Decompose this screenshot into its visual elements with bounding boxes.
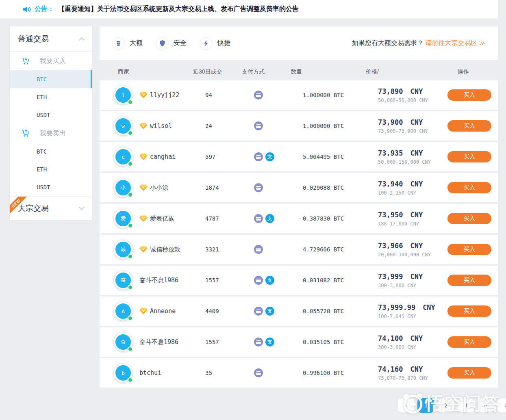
feature-label: 大额 (130, 39, 143, 48)
price-currency: CNY (410, 149, 423, 157)
price-range: 73,870-73,870 CNY (378, 375, 441, 381)
buy-button[interactable]: 买入 (447, 244, 491, 255)
merchant-name[interactable]: 诚信秒放款 (150, 246, 180, 253)
buy-button[interactable]: 买入 (447, 336, 491, 348)
sidebar-section-normal-trade[interactable]: 普通交易 (10, 26, 92, 52)
amount-value: 0.035105 BTC (303, 339, 378, 345)
payment-methods (254, 91, 303, 100)
sidebar-item-buy-usdt[interactable]: USDT (10, 106, 92, 124)
pagination-page-1[interactable]: 1 (417, 398, 434, 413)
merchant-name[interactable]: Anneone (150, 307, 176, 315)
buy-button[interactable]: 买入 (447, 275, 491, 286)
promo-question: 如果您有大额交易需求？ (352, 39, 423, 46)
cart-buy-icon (21, 57, 30, 65)
sidebar-item-sell-usdt[interactable]: USDT (10, 178, 92, 196)
buy-button[interactable]: 买入 (447, 120, 491, 132)
alipay-icon: 支 (265, 214, 274, 223)
payment-methods (254, 245, 303, 254)
merchant-name[interactable]: canghai (150, 153, 176, 160)
sidebar: 普通交易 我要买入 BTC ETH USDT 我要卖出 BTC ETH USDT… (10, 26, 92, 220)
avatar-initial: 奋 (121, 277, 126, 284)
merchant-name[interactable]: 奋斗不息1986 (139, 338, 178, 346)
merchant-name[interactable]: 奋斗不息1986 (139, 277, 178, 284)
sidebar-item-sell-btc[interactable]: BTC (10, 143, 92, 160)
price-currency: CNY (423, 303, 435, 312)
sidebar-item-buy-eth[interactable]: ETH (10, 88, 92, 106)
price-currency: CNY (410, 273, 423, 281)
avatar-initial: b (122, 370, 125, 376)
buy-button[interactable]: 买入 (447, 367, 491, 379)
pagination-page-3[interactable]: 3 (457, 398, 474, 413)
sidebar-item-buy-btc[interactable]: BTC (10, 70, 92, 88)
avatar[interactable]: b (112, 362, 135, 384)
avatar[interactable]: 诚 (112, 238, 135, 261)
buy-button[interactable]: 买入 (447, 151, 491, 162)
online-status-dot (128, 285, 133, 290)
price-value: 73,966 (378, 242, 403, 250)
avatar[interactable]: w (112, 115, 135, 137)
block-trade-link[interactable]: 请前往大宗交易区 ≫ (426, 39, 486, 46)
merchant-name[interactable]: btchui (139, 369, 161, 377)
deals-count: 4409 (205, 308, 254, 314)
avatar[interactable]: 奋 (112, 269, 135, 292)
double-arrow-icon: ≫ (479, 39, 486, 46)
price-currency: CNY (410, 211, 423, 219)
table-row: 诚 V 诚信秒放款 3321 4.729606 BTC 73,966CNY 20… (100, 235, 498, 264)
deals-count: 1557 (205, 339, 254, 345)
price-currency: CNY (410, 365, 423, 373)
chevron-up-icon (79, 37, 85, 43)
announcement-text[interactable]: 【重要通知】关于法币交易区系统更新及大宗交易上线、发布广告调整及费率的公告 (58, 5, 299, 13)
bankcard-icon (254, 338, 263, 346)
online-status-dot (128, 130, 133, 136)
sidebar-section-block-trade[interactable]: NEW 大宗交易 (10, 196, 92, 220)
sidebar-group-sell[interactable]: 我要卖出 (10, 124, 92, 143)
price-range: 100-2,150 CNY (378, 190, 441, 196)
avatar[interactable]: 小 (112, 176, 135, 199)
price-range: 50,000-150,000 CNY (378, 159, 441, 165)
sidebar-group-buy[interactable]: 我要买入 (10, 52, 92, 70)
avatar[interactable]: 1 (112, 84, 135, 106)
bankcard-icon (254, 368, 263, 377)
amount-value: 0.055728 BTC (303, 308, 378, 314)
pagination-page-4[interactable]: 4 (477, 398, 494, 413)
payment-methods: 支 (254, 214, 303, 223)
avatar[interactable]: c (112, 145, 135, 168)
merchant-list: 1 V llyyjj22 94 1.000000 BTC 73,890CNY 5… (100, 80, 498, 388)
avatar[interactable]: A (112, 300, 135, 323)
alipay-icon: 支 (265, 276, 274, 285)
online-status-dot (128, 316, 133, 321)
sidebar-item-sell-eth[interactable]: ETH (10, 160, 92, 178)
cart-sell-icon (21, 129, 30, 137)
buy-button[interactable]: 买入 (447, 213, 491, 224)
avatar[interactable]: 爱 (112, 207, 135, 230)
features-bar: 大额 安全 快捷 如果您有大额交易需求？ 请前往大宗交易区 ≫ (100, 26, 498, 60)
pagination-page-2[interactable]: 2 (437, 398, 454, 413)
verified-badge: V (139, 184, 148, 191)
price-currency: CNY (410, 118, 423, 126)
buy-button[interactable]: 买入 (447, 89, 491, 101)
normal-trade-title: 普通交易 (18, 34, 49, 44)
pagination-next-button[interactable]: › (497, 398, 506, 413)
merchant-name[interactable]: wilsol (150, 122, 172, 130)
online-status-dot (128, 223, 133, 228)
avatar-initial: 爱 (121, 215, 126, 222)
avatar-initial: 奋 (121, 338, 126, 346)
price-currency: CNY (410, 180, 423, 188)
alipay-icon: 支 (265, 338, 274, 346)
amount-value: 1.000000 BTC (303, 123, 378, 129)
merchant-name[interactable]: 小小涂 (150, 184, 168, 192)
buy-button[interactable]: 买入 (447, 305, 491, 317)
deals-count: 94 (205, 92, 254, 98)
price-value: 73,999.99 (378, 303, 415, 312)
table-header: 商家 近30日成交 支付方式 数量 价格/ 操作 (100, 63, 498, 80)
online-status-dot (128, 100, 133, 105)
online-status-dot (128, 254, 133, 259)
bankcard-icon (254, 121, 263, 130)
verified-badge: V (139, 246, 148, 253)
buy-button[interactable]: 买入 (447, 182, 491, 193)
pagination-prev-button[interactable]: ‹ (397, 398, 415, 413)
table-row: 奋 奋斗不息1986 1557 支 0.035105 BTC 74,100CNY… (100, 327, 498, 357)
merchant-name[interactable]: llyyjj22 (150, 91, 179, 99)
merchant-name[interactable]: 爱表亿族 (150, 215, 174, 223)
avatar[interactable]: 奋 (112, 331, 135, 353)
